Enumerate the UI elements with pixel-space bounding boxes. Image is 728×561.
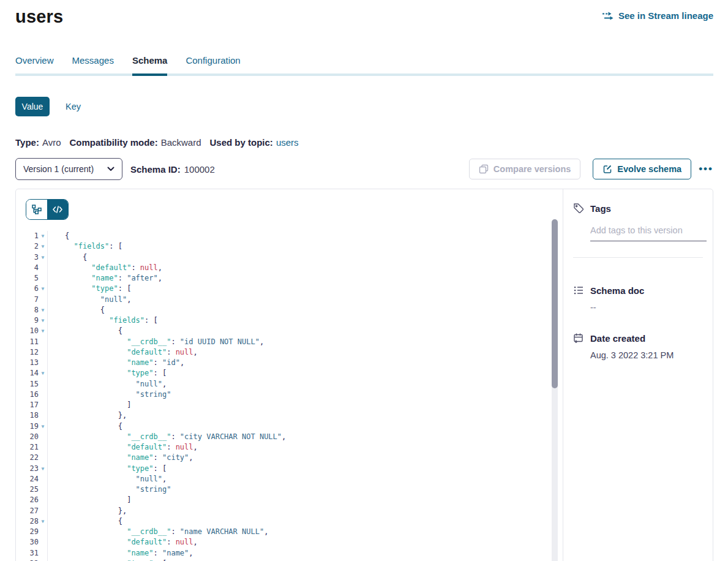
fold-arrow-icon[interactable]: ▼	[39, 559, 47, 561]
date-created-heading: Date created	[590, 333, 645, 344]
code-line: "type": [	[65, 284, 286, 294]
editor-scrollbar-thumb[interactable]	[552, 219, 558, 388]
line-number: 14	[16, 368, 39, 378]
tab-schema[interactable]: Schema	[132, 55, 168, 76]
evolve-schema-button[interactable]: Evolve schema	[593, 159, 691, 179]
schema-registry-page: users See in Stream lineage Overview Mes…	[0, 0, 728, 561]
code-line: {	[65, 252, 286, 263]
meta-compat-label: Compatibility mode:	[69, 137, 157, 148]
line-number: 8	[16, 305, 39, 315]
sidebar-divider	[573, 257, 703, 258]
schema-id-label: Schema ID:	[130, 164, 181, 175]
calendar-plus-icon	[573, 333, 584, 344]
tree-view-button[interactable]	[26, 200, 47, 219]
tab-bar: Overview Messages Schema Configuration	[15, 55, 713, 76]
gutter-row: 26	[16, 495, 47, 505]
version-select-value: Version 1 (current)	[23, 164, 94, 174]
fold-arrow-icon[interactable]: ▼	[39, 368, 47, 378]
tab-configuration[interactable]: Configuration	[186, 55, 240, 76]
compare-versions-label: Compare versions	[493, 164, 571, 174]
gutter-row: 32▼	[16, 559, 47, 561]
line-number: 4	[16, 263, 39, 273]
code-gutter: 1▼2▼3▼456▼78▼9▼10▼11121314▼1516171819▼20…	[16, 231, 48, 561]
gutter-row: 15	[16, 379, 47, 390]
more-options-button[interactable]: •••	[699, 163, 713, 175]
version-select[interactable]: Version 1 (current)	[15, 158, 122, 180]
code-line: "default": null,	[65, 263, 286, 273]
gutter-row: 4	[16, 263, 47, 273]
code-line: "name": "id",	[65, 358, 286, 368]
line-number: 3	[16, 252, 39, 263]
code-line: "null",	[65, 295, 286, 305]
value-button[interactable]: Value	[15, 97, 50, 116]
tab-messages[interactable]: Messages	[72, 55, 114, 76]
line-number: 25	[16, 484, 39, 495]
code-line: "null",	[65, 379, 286, 390]
code-line: "null",	[65, 474, 286, 484]
compare-versions-icon	[479, 164, 489, 174]
evolve-schema-label: Evolve schema	[617, 164, 681, 174]
line-number: 31	[16, 548, 39, 559]
stream-lineage-link[interactable]: See in Stream lineage	[602, 10, 713, 21]
schema-doc-heading-row: Schema doc	[573, 285, 703, 296]
code-editor-area[interactable]: 1▼2▼3▼456▼78▼9▼10▼11121314▼1516171819▼20…	[16, 231, 548, 561]
code-line: {	[65, 421, 286, 432]
code-line: "__crdb__": "name VARCHAR NULL",	[65, 527, 286, 537]
schema-doc-section: Schema doc --	[573, 285, 703, 312]
tree-view-icon	[32, 205, 42, 214]
code-line: "type": [	[65, 559, 286, 561]
topic-link[interactable]: users	[276, 137, 299, 148]
code-line: "string"	[65, 390, 286, 400]
code-line: {	[65, 305, 286, 315]
line-number: 16	[16, 390, 39, 400]
tags-section: Tags	[573, 203, 703, 258]
code-line: ]	[65, 495, 286, 505]
gutter-row: 17	[16, 400, 47, 410]
fold-arrow-icon[interactable]: ▼	[39, 241, 47, 252]
code-line: {	[65, 231, 286, 241]
line-number: 5	[16, 273, 39, 284]
fold-arrow-icon[interactable]: ▼	[39, 305, 47, 315]
code-line: "__crdb__": "id UUID NOT NULL",	[65, 337, 286, 347]
gutter-row: 12	[16, 347, 47, 358]
fold-arrow-icon[interactable]: ▼	[39, 252, 47, 263]
gutter-row: 16	[16, 390, 47, 400]
tags-input[interactable]	[590, 225, 707, 241]
fold-arrow-icon[interactable]: ▼	[39, 231, 47, 241]
code-line: "name": "name",	[65, 548, 286, 559]
fold-arrow-icon[interactable]: ▼	[39, 464, 47, 474]
tab-overview[interactable]: Overview	[15, 55, 54, 76]
line-number: 22	[16, 453, 39, 463]
code-line: "default": null,	[65, 537, 286, 548]
gutter-row: 20	[16, 432, 47, 442]
code-line: "default": null,	[65, 442, 286, 453]
tags-heading-row: Tags	[573, 203, 703, 214]
fold-arrow-icon[interactable]: ▼	[39, 421, 47, 432]
line-number: 9	[16, 315, 39, 326]
editor-view-toggle	[26, 199, 69, 220]
fold-arrow-icon[interactable]: ▼	[39, 516, 47, 527]
compare-versions-button[interactable]: Compare versions	[469, 159, 581, 179]
line-number: 30	[16, 537, 39, 548]
schema-doc-heading: Schema doc	[590, 285, 644, 296]
fold-arrow-icon[interactable]: ▼	[39, 326, 47, 336]
code-view-button[interactable]	[47, 200, 68, 219]
line-number: 17	[16, 400, 39, 410]
schema-metadata: Type: Avro Compatibility mode: Backward …	[15, 137, 713, 148]
editor-scrollbar[interactable]	[552, 219, 558, 561]
line-number: 20	[16, 432, 39, 442]
code-line: ]	[65, 400, 286, 410]
line-number: 19	[16, 421, 39, 432]
date-created-heading-row: Date created	[573, 333, 703, 344]
fold-arrow-icon[interactable]: ▼	[39, 315, 47, 326]
chevron-down-icon	[107, 167, 114, 171]
fold-arrow-icon[interactable]: ▼	[39, 284, 47, 294]
gutter-row: 28▼	[16, 516, 47, 527]
line-number: 2	[16, 241, 39, 252]
code-line: },	[65, 506, 286, 516]
line-number: 29	[16, 527, 39, 537]
gutter-row: 9▼	[16, 315, 47, 326]
key-button[interactable]: Key	[66, 102, 81, 111]
schema-doc-value: --	[590, 303, 703, 312]
line-number: 11	[16, 337, 39, 347]
